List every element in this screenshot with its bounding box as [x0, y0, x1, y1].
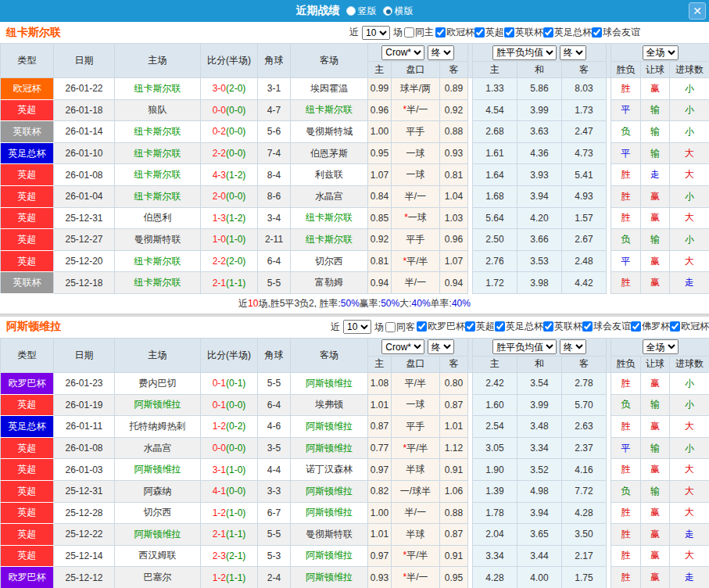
- league-checkbox-input[interactable]: [495, 321, 505, 332]
- league-label: 佛罗杯: [642, 320, 670, 333]
- final-select[interactable]: 终: [428, 339, 454, 354]
- bookmaker-select[interactable]: Crow*: [381, 45, 424, 60]
- same-venue-input[interactable]: [404, 27, 414, 38]
- match-date: 26-01-11: [54, 416, 115, 438]
- layout-radio-vertical-label: 竖版: [358, 5, 377, 18]
- league-checkbox-input[interactable]: [543, 321, 553, 332]
- league-badge: 英超: [1, 207, 54, 229]
- avg-draw: 3.63: [517, 121, 562, 143]
- league-checkbox-input[interactable]: [592, 27, 602, 38]
- odds-handicap: 球半/两: [392, 78, 440, 100]
- league-checkbox-input[interactable]: [670, 321, 680, 332]
- avg-away: 2.48: [562, 250, 607, 272]
- page-title: 近期战绩: [296, 4, 340, 18]
- col-goals: 进球数: [670, 356, 709, 372]
- league-checkbox[interactable]: 佛罗杯: [631, 320, 670, 333]
- final-select-2[interactable]: 终: [560, 45, 586, 60]
- odds-home: 1.08: [368, 372, 392, 394]
- summary-text: 10: [248, 298, 258, 309]
- away-team: 纽卡斯尔联: [291, 207, 368, 229]
- league-checkbox[interactable]: 欧冠杯: [670, 320, 709, 333]
- league-label: 英超: [485, 26, 504, 39]
- odds-handicap: *半/一: [392, 99, 440, 121]
- radio-unchecked-icon[interactable]: [346, 6, 356, 16]
- league-badge: 英超: [1, 164, 54, 186]
- radio-checked-icon[interactable]: [383, 6, 392, 16]
- goals-flag: 大: [670, 164, 709, 186]
- league-checkbox[interactable]: 英联杯: [504, 26, 543, 39]
- odds-away: 0.91: [440, 545, 468, 567]
- bookmaker-header: Crow* 终: [368, 44, 468, 62]
- avg-select[interactable]: 胜平负均值: [492, 45, 557, 60]
- layout-radio-horizontal[interactable]: 横版: [383, 5, 414, 18]
- col-date: 日期: [54, 338, 115, 372]
- league-checkbox[interactable]: 英超: [474, 26, 504, 39]
- corners: 8-6: [258, 185, 291, 207]
- match-date: 25-12-22: [54, 524, 115, 546]
- result-flag: 胜: [611, 545, 641, 567]
- league-checkbox[interactable]: 英足总杯: [543, 26, 592, 39]
- col-odds-away: 客: [440, 356, 468, 372]
- col-corner: 角球: [258, 44, 291, 78]
- avg-select[interactable]: 胜平负均值: [492, 339, 557, 354]
- away-team: 阿斯顿维拉: [291, 437, 368, 459]
- filter-bar: 近 10 场 同主 欧冠杯英超英联杯英足总杯球会友谊: [349, 26, 640, 40]
- odds-handicap: *一球: [392, 207, 440, 229]
- near-count-select[interactable]: 10: [362, 26, 390, 40]
- summary-text: 单率:: [431, 297, 452, 310]
- away-team: 阿斯顿维拉: [291, 502, 368, 524]
- league-checkbox[interactable]: 球会友谊: [582, 320, 631, 333]
- league-checkbox-input[interactable]: [417, 321, 427, 332]
- same-venue-input[interactable]: [385, 322, 396, 332]
- league-checkbox-input[interactable]: [504, 27, 514, 38]
- summary-text: 40%: [412, 298, 431, 309]
- avg-away: 7.72: [562, 480, 607, 502]
- scope-select[interactable]: 全场: [643, 45, 679, 60]
- col-home: 主场: [115, 338, 201, 372]
- league-label: 欧冠杯: [681, 320, 709, 333]
- odds-away: 0.92: [440, 99, 468, 121]
- league-checkbox-input[interactable]: [543, 27, 553, 38]
- home-team: 托特纳姆热刺: [115, 416, 201, 438]
- match-row: 英超25-12-31阿森纳4-1(0-0)3-3阿斯顿维拉0.82一/球半1.0…: [1, 480, 709, 502]
- team-name: 纽卡斯尔联: [0, 26, 349, 40]
- match-date: 25-12-20: [54, 250, 115, 272]
- league-checkbox[interactable]: 英足总杯: [495, 320, 543, 333]
- scope-select[interactable]: 全场: [643, 339, 679, 354]
- avg-draw: 3.66: [517, 229, 562, 251]
- league-checkbox[interactable]: 欧冠杯: [435, 26, 474, 39]
- league-checkbox-input[interactable]: [435, 27, 446, 38]
- summary-text: 50%: [381, 298, 399, 309]
- titlebar: 近期战绩 竖版 横版 ✕: [0, 0, 709, 22]
- avg-draw: 3.65: [517, 524, 562, 546]
- same-venue-checkbox[interactable]: 同客: [385, 321, 415, 334]
- bookmaker-select[interactable]: Crow*: [381, 339, 424, 354]
- corners: 5-5: [258, 372, 291, 394]
- layout-radio-vertical[interactable]: 竖版: [346, 5, 377, 18]
- col-avg-home: 主: [473, 356, 517, 372]
- avg-home: 3.34: [473, 545, 517, 567]
- league-checkbox[interactable]: 英超: [465, 320, 495, 333]
- goals-flag: 小: [670, 78, 709, 100]
- league-checkbox[interactable]: 欧罗巴杯: [417, 320, 465, 333]
- odds-home: 0.95: [368, 142, 392, 164]
- league-checkbox[interactable]: 英联杯: [543, 320, 582, 333]
- near-count-select[interactable]: 10: [343, 320, 371, 334]
- col-avg-home: 主: [473, 62, 517, 78]
- same-venue-checkbox[interactable]: 同主: [404, 26, 434, 39]
- final-select[interactable]: 终: [428, 45, 454, 60]
- close-icon[interactable]: ✕: [689, 2, 706, 20]
- home-team: 水晶宫: [115, 437, 201, 459]
- league-checkbox-input[interactable]: [465, 321, 475, 332]
- league-checkbox-input[interactable]: [631, 321, 641, 332]
- final-select-2[interactable]: 终: [560, 339, 586, 354]
- odds-away: 0.91: [440, 459, 468, 481]
- match-row: 英超26-01-18狼队0-0(0-0)4-7纽卡斯尔联0.96*半/一0.92…: [1, 99, 709, 121]
- home-team: 阿斯顿维拉: [115, 524, 201, 546]
- league-checkbox-input[interactable]: [474, 27, 485, 38]
- handicap-flag: 赢: [641, 567, 670, 588]
- near-label: 近: [331, 321, 340, 334]
- league-checkbox-input[interactable]: [582, 321, 593, 332]
- league-checkbox[interactable]: 球会友谊: [592, 26, 640, 39]
- same-venue-label: 同主: [415, 26, 434, 39]
